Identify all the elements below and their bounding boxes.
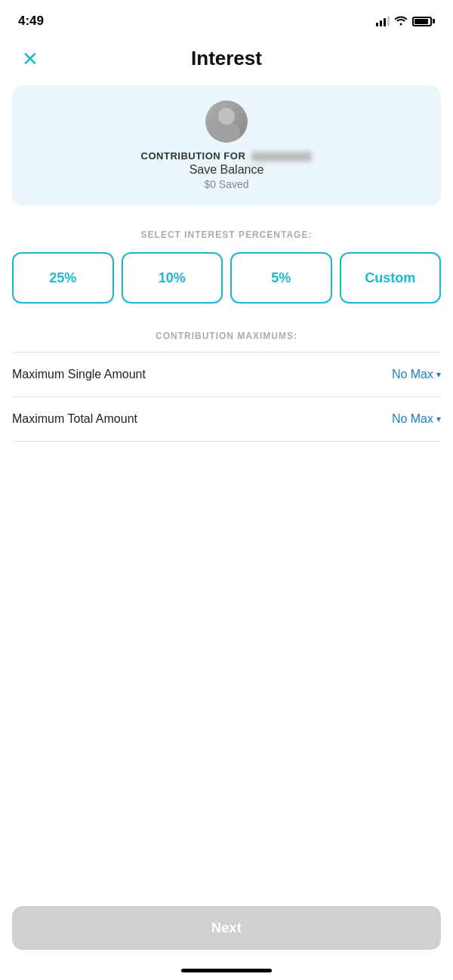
home-indicator [181,969,272,972]
contribution-label: CONTRIBUTION FOR [141,150,313,162]
status-time: 4:49 [18,14,44,29]
save-balance-label: Save Balance [190,163,264,177]
max-total-row[interactable]: Maximum Total Amount No Max ▾ [0,397,453,441]
close-button[interactable]: ✕ [15,44,45,74]
redacted-name [251,152,312,162]
max-single-value[interactable]: No Max ▾ [392,368,441,381]
signal-icon [376,16,390,26]
battery-icon [412,17,435,26]
status-bar: 4:49 [0,0,453,38]
max-total-label: Maximum Total Amount [12,412,137,426]
avatar [205,100,248,143]
interest-buttons-group: 25% 10% 5% Custom [0,252,453,304]
interest-btn-25[interactable]: 25% [12,252,114,304]
wifi-icon [394,15,408,28]
maximums-section-label: CONTRIBUTION MAXIMUMS: [0,331,453,341]
interest-btn-custom[interactable]: Custom [340,252,442,304]
divider-bottom [12,441,441,442]
interest-btn-10[interactable]: 10% [122,252,223,304]
next-button-container: Next [12,906,441,950]
contribution-card: CONTRIBUTION FOR Save Balance $0 Saved [12,85,441,205]
page-title: Interest [0,47,453,70]
interest-section-label: SELECT INTEREST PERCENTAGE: [0,230,453,240]
status-icons [376,15,435,28]
close-icon: ✕ [22,49,39,69]
saved-amount: $0 Saved [204,178,248,190]
max-single-row[interactable]: Maximum Single Amount No Max ▾ [0,353,453,396]
chevron-down-icon-2: ▾ [436,414,441,424]
max-total-value-text: No Max [392,412,433,426]
chevron-down-icon: ▾ [436,369,441,380]
max-total-value[interactable]: No Max ▾ [392,412,441,426]
max-single-value-text: No Max [392,368,433,381]
next-button[interactable]: Next [12,906,441,950]
max-single-label: Maximum Single Amount [12,368,146,381]
interest-btn-5[interactable]: 5% [230,252,332,304]
